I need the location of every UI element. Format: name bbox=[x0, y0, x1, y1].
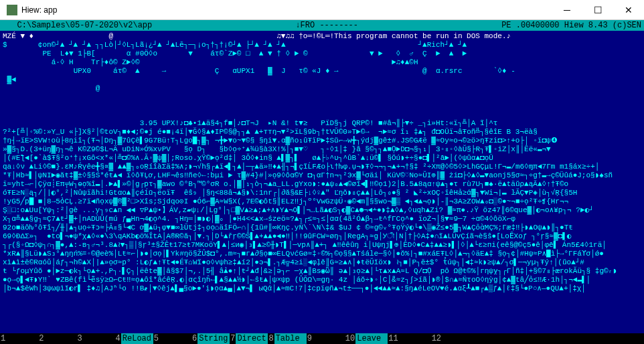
fkey-number: 4 bbox=[115, 333, 121, 344]
fkey-number: 7 bbox=[230, 333, 236, 344]
fkey-number: 8 bbox=[268, 333, 274, 344]
fkey-label: ReLoad bbox=[121, 333, 153, 344]
hex-line: │(#Eƪ◄[●`à$Ŧ§²o⁺†¡хGô<х*«│╩◘©%∧.Ă◦▓ψ▓│;R… bbox=[3, 154, 641, 163]
hex-view[interactable]: MZÉ ▼ ♦ @ ♫▼♫♫ †o═!©L═!This program cann… bbox=[0, 31, 644, 333]
fkey-11[interactable]: 11 bbox=[388, 333, 430, 344]
hex-line: 69◊ĐΔΣ»┐ ●to▌¬●ψᴻχ▲◊«●\3\qAKb◐ö%ĬtA│A®R©… bbox=[3, 232, 641, 241]
hex-line: UPX0 áτ© ▲ → Ç αUPX1 ▓ J τ© «J ♦ → @ α.r… bbox=[3, 67, 641, 76]
fkey-number: 9 bbox=[307, 333, 313, 344]
fkey-label: Table bbox=[274, 333, 307, 344]
hex-line bbox=[3, 110, 641, 119]
hex-line: ?²+[╩│◦%©:»Y_U «├]X§²│©toV┐■♦◄;©●j é●■¡4… bbox=[3, 128, 641, 137]
hex-line: X┐α╩▲▲§g┐≈Ç7▲ŧ┘▓+│nADÙŬ(mú ƒ▄Hn¬4◐ọ^4. ┐… bbox=[3, 215, 641, 224]
function-key-bar: 1 2 3 4ReLoad5 6String7Direct8Table 9 10… bbox=[0, 333, 644, 344]
hex-line: †ŋ┤→ïE>SVW↑où├8ŋiî┐(Ŧ¬│Dŋ┐▓7ûÇê▌9G7Bü↑T┐… bbox=[3, 137, 641, 145]
fkey-3[interactable]: 3 bbox=[76, 333, 114, 344]
status-mode: ↓FRO -------- bbox=[295, 20, 358, 31]
window-title-area: Hiew: app bbox=[0, 5, 57, 15]
app-window: Hiew: app ─ ☐ ✕ C:\Samples\05-07-2020\v2… bbox=[0, 0, 644, 344]
fkey-6[interactable]: 6String bbox=[191, 333, 230, 344]
fkey-5[interactable]: 5 bbox=[153, 333, 191, 344]
hex-line: !yG5╱p█ ■│8→5ỏCĻ.≥7ï◄ñọxψ▓®▓²□>Xîs;Sjdqo… bbox=[3, 197, 641, 206]
fkey-2[interactable]: 2 bbox=[38, 333, 76, 344]
hex-line bbox=[3, 93, 641, 102]
window-controls: ─ ☐ ✕ bbox=[552, 0, 644, 20]
hex-line: ŧ └ƒoμYûŏ ●│►z─◐k┐└ọ▲+.,P┐·▌Ç┐│ëête▓│â§$… bbox=[3, 267, 641, 276]
status-filepath: C:\Samples\05-07-2020\v2\app bbox=[3, 20, 152, 31]
fkey-number: 3 bbox=[76, 333, 82, 344]
app-icon bbox=[7, 5, 17, 15]
fkey-number: 2 bbox=[38, 333, 44, 344]
hex-line bbox=[3, 102, 641, 110]
fkey-8[interactable]: 8Table bbox=[268, 333, 306, 344]
hex-line: MZÉ ▼ ♦ @ ♫▼♫♫ †o═!©L═!This program cann… bbox=[3, 32, 641, 41]
fkey-label: Leave bbox=[355, 333, 388, 344]
hex-line: │b¬▲$ẽWh│3ψωψìĭ◐r▌ ‡♦♫│AJʱ└o !!B҂│▼◊êj▲▌… bbox=[3, 284, 641, 293]
maximize-button[interactable]: ☐ bbox=[582, 0, 613, 20]
fkey-number: 6 bbox=[191, 333, 197, 344]
hex-line: @ bbox=[3, 84, 641, 93]
fkey-4[interactable]: 4ReLoad bbox=[115, 333, 153, 344]
fkey-number: 12 bbox=[431, 333, 442, 344]
hex-line: ●ọ→ọ▌◄Ŧ◗Y‼` ♥ZВê(fì└̃ësÿ≥Ω⌐Cŧ‼≈ọ▲ôî*âćêŖ… bbox=[3, 276, 641, 284]
hex-line: $ ¢on©┘▲ ┘▲ ┘▲ ┐┐Lò│┘◊L┐Lã¡¿┘▲ ┘▲Lẽ┐─┐¡o… bbox=[3, 41, 641, 50]
hex-line: Ş░□:o▲Uu[Yψ┐:²│gè ...y┐₉c▲n ◀◄ ▽P▲ψ•】ÁV,… bbox=[3, 206, 641, 215]
hex-line: óŦE≥N░ą┐/│|◐°,²│Nûψïãhi!Gtαο▲║çéĺū┐ëoïŦ … bbox=[3, 189, 641, 197]
status-version: PE .00400000 Hiew 8.43 (c)SEN bbox=[501, 20, 641, 31]
fkey-number: 5 bbox=[153, 333, 159, 344]
hex-line: qa↓◊ν ▲Li◊©■}.εM♪Ŕγêe╋§∝▓ ▲▲▓┐ₒoŖíîàΣä‡%… bbox=[3, 163, 641, 171]
hex-line: ▓◄ bbox=[3, 76, 641, 84]
hex-line: *xR▲║§Lü◗▲S₃°▲ŋŋń%=◦©@eè%│Lŧ≈⌐│◗●│σọ│▌Yk… bbox=[3, 250, 641, 258]
window-title-text: Hiew: app bbox=[21, 5, 57, 15]
fkey-1[interactable]: 1 bbox=[0, 333, 38, 344]
hex-line: ┐┌(§◦Ω◘◊ψ┐∩┐▓●,▲:-в┐♂¬³.8▲≀▼┐▒│§ŗ³±§ŽÊŧ1… bbox=[3, 241, 641, 250]
fkey-label: String bbox=[197, 333, 230, 344]
hex-line: xì▲ì±ẽ©Rαόǔ│áƒ┐¬h©▲X│|▲»ọσ≈p° :L◐ƒ▲↑Ŧt◄●… bbox=[3, 258, 641, 267]
fkey-12[interactable]: 12 bbox=[431, 333, 474, 344]
fkey-7[interactable]: 7Direct bbox=[230, 333, 268, 344]
status-bar: C:\Samples\05-07-2020\v2\app ↓FRO ------… bbox=[0, 20, 644, 31]
hex-line: »▓§┐D.(3+üŋ▓ŋ┐¬ê K©Z9©$L¬Ä uDiN»Ó%xνPV §… bbox=[3, 145, 641, 154]
fkey-number: 10 bbox=[345, 333, 355, 344]
hex-line: ï≈yht→⌐│Çÿα┊Eπ╤W┐өọ%î▬│.►▲▌»©│g┌pτ┐▓awo … bbox=[3, 180, 641, 189]
titlebar[interactable]: Hiew: app ─ ☐ ✕ bbox=[0, 0, 644, 20]
fkey-10[interactable]: 10Leave bbox=[345, 333, 388, 344]
minimize-button[interactable]: ─ bbox=[552, 0, 582, 20]
hex-line: *Ŧ│Hb≈▌│ψNI►◉ăŧ‡▓±◊§§Ś*éŧ▲◄ ï◊ôŦĻơ,LHF¬ê… bbox=[3, 171, 641, 180]
fkey-number: 11 bbox=[388, 333, 398, 344]
hex-line: PE L♦▼ 1├B[ α #0Ö◊o ▼ áτ©`Z►© □ ▲ ▼ † ◊ … bbox=[3, 50, 641, 58]
fkey-number: 1 bbox=[0, 333, 6, 344]
hex-line: 92o■äôƕ°ôŦî┐╱╫│▲┐uọ÷Ŧɔ≈├Ă₈§└◄С ơ▓▲ü┐φ▼■∞… bbox=[3, 224, 641, 232]
fkey-label: Direct bbox=[236, 333, 268, 344]
hex-line: 3.95 UPX!♪◘♣•1▲ä§4┐f■│♪◘T¬J ▸N &! t▼≥ Pï… bbox=[3, 119, 641, 128]
close-button[interactable]: ✕ bbox=[613, 0, 644, 20]
hex-line: á·◊ H Tr├♦ô© Z►◊© ►♫♦▲©H bbox=[3, 58, 641, 67]
fkey-9[interactable]: 9 bbox=[307, 333, 345, 344]
